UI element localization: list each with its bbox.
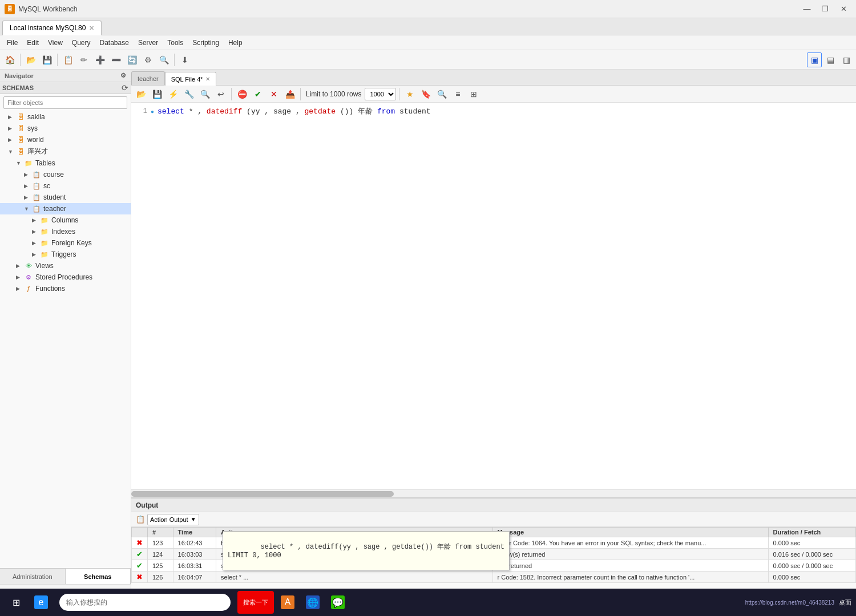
taskbar-app2[interactable]: 🌐 bbox=[301, 591, 324, 614]
tree-item-student[interactable]: ▶ 📋 student bbox=[0, 192, 131, 203]
schemas-refresh-icon[interactable]: ⟳ bbox=[122, 83, 128, 92]
sql-format-btn[interactable]: ⊞ bbox=[466, 87, 481, 102]
sql-stop-btn[interactable]: ⛔ bbox=[235, 87, 249, 102]
tree-item-tables[interactable]: ▼ 📁 Tables bbox=[0, 157, 131, 169]
search-placeholder: 输入你想搜的 bbox=[66, 598, 107, 607]
toolbar-new-conn[interactable]: 🏠 bbox=[2, 52, 17, 67]
toolbar-import[interactable]: ⬇ bbox=[177, 52, 192, 67]
start-button[interactable]: ⊞ bbox=[5, 591, 27, 614]
taskbar-ie[interactable]: e bbox=[30, 591, 53, 614]
menu-query[interactable]: Query bbox=[67, 38, 95, 48]
expand-arrow-indexes: ▶ bbox=[32, 229, 40, 234]
menu-help[interactable]: Help bbox=[224, 38, 247, 48]
sql-export-btn[interactable]: 📤 bbox=[282, 87, 297, 102]
table-icon-teacher: 📋 bbox=[32, 204, 41, 213]
tree-item-teacher[interactable]: ▼ 📋 teacher bbox=[0, 203, 131, 214]
maximize-button[interactable]: ❐ bbox=[817, 3, 833, 15]
search-button[interactable]: 搜索一下 bbox=[237, 591, 274, 614]
row-124-duration: 0.016 sec / 0.000 sec bbox=[768, 549, 855, 560]
toolbar-obj-info[interactable]: 📋 bbox=[60, 52, 75, 67]
navigator-icon[interactable]: ⚙ bbox=[120, 72, 126, 79]
taskbar-wechat[interactable]: 💬 bbox=[326, 591, 349, 614]
sql-revert-btn[interactable]: ✕ bbox=[267, 87, 281, 102]
tree-item-course[interactable]: ▶ 📋 course bbox=[0, 169, 131, 180]
sql-open-btn[interactable]: 📂 bbox=[134, 87, 148, 102]
taskbar-search-box[interactable]: 输入你想搜的 bbox=[59, 594, 231, 611]
sql-save-btn[interactable]: 💾 bbox=[150, 87, 164, 102]
toolbar-refresh[interactable]: 🔄 bbox=[124, 52, 139, 67]
instance-tab[interactable]: Local instance MySQL80 ✕ bbox=[2, 21, 102, 35]
sql-execute-btn[interactable]: ⚡ bbox=[165, 87, 180, 102]
sql-explain-btn[interactable]: 🔧 bbox=[181, 87, 196, 102]
toolbar-search[interactable]: 🔍 bbox=[156, 52, 171, 67]
expand-arrow-db-main: ▼ bbox=[8, 149, 16, 155]
folder-icon-foreign-keys: 📁 bbox=[40, 238, 49, 248]
tree-item-world[interactable]: ▶ 🗄 world bbox=[0, 134, 131, 145]
toolbar-config[interactable]: ⚙ bbox=[140, 52, 155, 67]
sql-code-1: select * , datediff (yy , sage , getdate… bbox=[158, 106, 431, 118]
tree-item-db-main[interactable]: ▼ 🗄 庠兴才 bbox=[0, 145, 131, 157]
limit-select[interactable]: 1000 500 200 bbox=[365, 88, 396, 100]
menu-file[interactable]: File bbox=[2, 38, 22, 48]
sql-find-btn[interactable]: 🔍 bbox=[434, 87, 449, 102]
close-button[interactable]: ✕ bbox=[835, 3, 851, 15]
action-output-select[interactable]: Action Output ▼ bbox=[147, 514, 199, 525]
toolbar-layout3[interactable]: ▥ bbox=[839, 52, 854, 67]
instance-tab-label: Local instance MySQL80 bbox=[10, 24, 86, 32]
toolbar-row-insert[interactable]: ➕ bbox=[92, 52, 107, 67]
col-header-num: # bbox=[148, 528, 173, 537]
sql-search-btn[interactable]: 🔍 bbox=[197, 87, 212, 102]
tree-label-sys: sys bbox=[27, 124, 38, 132]
tab-schemas[interactable]: Schemas bbox=[66, 569, 131, 584]
folder-icon-triggers: 📁 bbox=[40, 250, 49, 259]
tree-item-functions[interactable]: ▶ ƒ Functions bbox=[0, 283, 131, 294]
tab-sql-file-4[interactable]: SQL File 4* ✕ bbox=[165, 72, 216, 86]
tab-administration[interactable]: Administration bbox=[0, 569, 66, 584]
sql-apply-btn[interactable]: ✔ bbox=[251, 87, 265, 102]
toolbar-open[interactable]: 📂 bbox=[23, 52, 38, 67]
menu-scripting[interactable]: Scripting bbox=[188, 38, 224, 48]
menu-edit[interactable]: Edit bbox=[22, 38, 43, 48]
taskbar-app1[interactable]: A bbox=[276, 591, 299, 614]
tree-item-views[interactable]: ▶ 👁 Views bbox=[0, 260, 131, 271]
tree-item-indexes[interactable]: ▶ 📁 Indexes bbox=[0, 226, 131, 237]
tree-item-foreign-keys[interactable]: ▶ 📁 Foreign Keys bbox=[0, 237, 131, 249]
status-icon-error-123: ✖ bbox=[136, 538, 143, 547]
toolbar-row-del[interactable]: ➖ bbox=[108, 52, 123, 67]
app2-icon: 🌐 bbox=[306, 595, 320, 609]
sql-file-tab-close[interactable]: ✕ bbox=[205, 76, 210, 82]
tab-teacher[interactable]: teacher bbox=[131, 71, 165, 85]
tree-item-stored-procs[interactable]: ▶ ⚙ Stored Procedures bbox=[0, 271, 131, 283]
output-row-126[interactable]: ✖ 126 16:04:07 select * ... r Code: 1582… bbox=[132, 572, 856, 583]
tree-item-triggers[interactable]: ▶ 📁 Triggers bbox=[0, 249, 131, 260]
sql-editor[interactable]: 1 ● select * , datediff (yy , sage , get… bbox=[131, 103, 856, 489]
folder-icon-tables: 📁 bbox=[24, 159, 33, 168]
instance-tabbar: Local instance MySQL80 ✕ bbox=[0, 18, 856, 35]
sql-bookmark-btn[interactable]: 🔖 bbox=[418, 87, 433, 102]
sql-back-btn[interactable]: ↩ bbox=[213, 87, 228, 102]
toolbar-table-edit[interactable]: ✏ bbox=[76, 52, 91, 67]
tree-item-sakila[interactable]: ▶ 🗄 sakila bbox=[0, 111, 131, 123]
minimize-button[interactable]: — bbox=[799, 3, 815, 15]
menu-database[interactable]: Database bbox=[95, 38, 134, 48]
expand-arrow-sc: ▶ bbox=[24, 183, 32, 189]
row-126-num: 126 bbox=[148, 572, 173, 583]
filter-input[interactable] bbox=[3, 96, 127, 109]
h-scrollbar[interactable] bbox=[131, 489, 856, 497]
sql-star-btn[interactable]: ★ bbox=[402, 87, 417, 102]
toolbar-layout1[interactable]: ▣ bbox=[807, 52, 822, 67]
db-icon-world: 🗄 bbox=[16, 135, 25, 144]
instance-tab-close[interactable]: ✕ bbox=[89, 25, 94, 32]
tree-item-columns[interactable]: ▶ 📁 Columns bbox=[0, 214, 131, 226]
db-icon-main: 🗄 bbox=[16, 147, 25, 156]
toolbar-layout2[interactable]: ▤ bbox=[823, 52, 838, 67]
menu-server[interactable]: Server bbox=[134, 38, 163, 48]
row-126-time: 16:04:07 bbox=[173, 572, 216, 583]
sql-indent-btn[interactable]: ≡ bbox=[450, 87, 465, 102]
menu-view[interactable]: View bbox=[43, 38, 67, 48]
tree-item-sys[interactable]: ▶ 🗄 sys bbox=[0, 123, 131, 134]
windows-taskbar: ⊞ e 输入你想搜的 搜索一下 A 🌐 💬 https://blog.csdn.… bbox=[0, 589, 856, 616]
toolbar-save[interactable]: 💾 bbox=[39, 52, 54, 67]
tree-item-sc[interactable]: ▶ 📋 sc bbox=[0, 180, 131, 192]
menu-tools[interactable]: Tools bbox=[163, 38, 188, 48]
